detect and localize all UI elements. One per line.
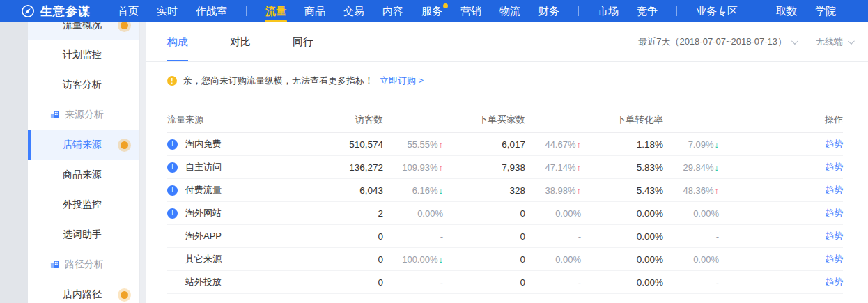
sidebar-item-label: 店铺来源 <box>63 139 102 151</box>
nav-item-取数[interactable]: 取数 <box>767 0 806 22</box>
sidebar-item-外投监控[interactable]: 外投监控 <box>28 189 139 219</box>
tab-同行[interactable]: 同行 <box>293 22 313 61</box>
source-label: 自主访问 <box>185 161 222 173</box>
trend-link[interactable]: 趋势 <box>825 231 843 241</box>
sidebar-item-路径分析: 路径分析 <box>28 249 139 279</box>
cell-source: 淘外APP <box>167 230 298 242</box>
sidebar-item-选词助手[interactable]: 选词助手 <box>28 219 139 249</box>
nav-item-交易[interactable]: 交易 <box>334 0 373 22</box>
sidebar-item-label: 选词助手 <box>63 228 102 241</box>
nav-item-首页[interactable]: 首页 <box>109 0 148 22</box>
tab-对比[interactable]: 对比 <box>230 22 251 61</box>
cell-conversion-change: - <box>663 231 719 242</box>
cell-buyers-change: 0.00% <box>525 208 581 219</box>
cell-source: +淘内免费 <box>167 138 298 150</box>
header-conversion: 下单转化率 <box>581 114 663 126</box>
trend-link[interactable]: 趋势 <box>825 162 843 172</box>
trend-link[interactable]: 趋势 <box>825 277 843 287</box>
cell-visitors-change: - <box>383 231 443 242</box>
cell-buyers: 7,938 <box>443 162 525 173</box>
nav-item-商品[interactable]: 商品 <box>295 0 334 22</box>
header-buyers: 下单买家数 <box>443 114 525 126</box>
navbar-divider <box>246 6 247 16</box>
tabs-row: 构成对比同行 最近7天（2018-07-07~2018-07-13） 无线端 <box>146 22 868 62</box>
chevron-down-icon <box>848 38 855 45</box>
source-label: 淘内免费 <box>185 138 222 150</box>
nav-item-物流[interactable]: 物流 <box>490 0 529 22</box>
source-label: 淘外网站 <box>185 207 222 219</box>
cell-buyers: 0 <box>443 277 525 288</box>
source-label: 其它来源 <box>185 253 222 265</box>
cell-conversion-change: 29.84%↓ <box>663 162 719 173</box>
sidebar-item-店内路径[interactable]: 店内路径 <box>28 279 139 303</box>
date-range-selector[interactable]: 最近7天（2018-07-07~2018-07-13） <box>638 36 796 48</box>
brand[interactable]: 生意参谋 <box>21 3 91 20</box>
cell-buyers-change: - <box>525 277 581 288</box>
sidebar-item-label: 访客分析 <box>63 79 102 91</box>
table-row-站外投放: 站外投放0-0-0.00%-趋势 <box>167 271 843 294</box>
expand-plus-icon[interactable]: + <box>167 162 178 173</box>
cell-buyers-change: 47.14%↑ <box>525 162 581 173</box>
sidebar-item-计划监控[interactable]: 计划监控 <box>28 40 139 70</box>
cell-conversion: 0.00% <box>581 254 663 265</box>
trend-link[interactable]: 趋势 <box>825 208 843 218</box>
nav-item-竞争[interactable]: 竞争 <box>628 0 667 22</box>
cell-conversion-change-value: 0.00% <box>693 254 719 265</box>
nav-item-实时[interactable]: 实时 <box>148 0 187 22</box>
cell-buyers: 328 <box>443 185 525 196</box>
cell-conversion-change-value: 48.36% <box>683 185 713 196</box>
sidebar-item-label: 商品来源 <box>63 169 102 181</box>
cell-buyers-change: 0.00% <box>525 254 581 265</box>
cell-visitors-change-value: 0.00% <box>417 208 443 219</box>
navbar-divider <box>676 6 677 16</box>
sidebar-item-商品来源[interactable]: 商品来源 <box>28 160 139 189</box>
nav-item-服务[interactable]: 服务 <box>412 0 451 22</box>
cell-source: 其它来源 <box>167 253 298 265</box>
nav-item-内容[interactable]: 内容 <box>373 0 412 22</box>
nav-item-营销[interactable]: 营销 <box>451 0 490 22</box>
nav-item-学院[interactable]: 学院 <box>806 0 845 22</box>
table-row-淘内免费: +淘内免费510,57455.55%↑6,01744.67%↑1.18%7.09… <box>167 133 843 156</box>
sidebar-item-label: 来源分析 <box>65 109 104 121</box>
cell-action: 趋势 <box>719 230 843 242</box>
cell-conversion: 0.00% <box>581 277 663 288</box>
table-header-row: 流量来源 访客数 下单买家数 下单转化率 操作 <box>167 107 843 133</box>
source-label: 站外投放 <box>185 276 222 288</box>
trend-link[interactable]: 趋势 <box>825 254 843 264</box>
sidebar-item-来源分析: 来源分析 <box>28 100 139 130</box>
sidebar-item-label: 计划监控 <box>63 49 102 61</box>
cell-visitors: 0 <box>298 277 383 288</box>
expand-plus-icon[interactable]: + <box>167 185 178 196</box>
nav-item-市场[interactable]: 市场 <box>589 0 628 22</box>
cell-visitors-change-value: 6.16% <box>412 185 438 196</box>
sidebar-item-店铺来源[interactable]: 店铺来源 <box>28 130 139 160</box>
trend-link[interactable]: 趋势 <box>825 185 843 195</box>
cell-buyers-change: - <box>525 231 581 242</box>
cell-source: 站外投放 <box>167 276 298 288</box>
nav-item-业务专区[interactable]: 业务专区 <box>687 0 747 22</box>
expand-slot: + <box>167 162 185 173</box>
date-range-label: 最近7天（2018-07-07~2018-07-13） <box>638 36 786 48</box>
cell-action: 趋势 <box>719 138 843 150</box>
nav-item-流量[interactable]: 流量 <box>256 0 295 22</box>
expand-plus-icon[interactable]: + <box>167 139 178 150</box>
nav-item-财务[interactable]: 财务 <box>529 0 568 22</box>
sidebar-item-访客分析[interactable]: 访客分析 <box>28 70 139 100</box>
sidebar-item-label: 路径分析 <box>65 258 104 271</box>
cell-buyers-change: 44.67%↑ <box>525 139 581 150</box>
cell-action: 趋势 <box>719 161 843 173</box>
expand-plus-icon[interactable]: + <box>167 208 178 219</box>
subscribe-now-link[interactable]: 立即订购 > <box>380 75 424 87</box>
filters: 最近7天（2018-07-07~2018-07-13） 无线端 <box>638 36 853 48</box>
cell-visitors-change: 6.16%↓ <box>383 185 443 196</box>
cell-buyers-change-value: 44.67% <box>545 139 575 150</box>
trend-link[interactable]: 趋势 <box>825 139 843 149</box>
cell-action: 趋势 <box>719 207 843 219</box>
nav-item-作战室[interactable]: 作战室 <box>187 0 236 22</box>
cell-visitors: 0 <box>298 231 383 242</box>
table-row-付费流量: +付费流量6,0436.16%↓32838.98%↑5.43%48.36%↑趋势 <box>167 179 843 202</box>
cell-visitors: 136,272 <box>298 162 383 173</box>
channel-selector[interactable]: 无线端 <box>816 36 853 48</box>
cell-visitors-change: 109.93%↑ <box>383 162 443 173</box>
tab-构成[interactable]: 构成 <box>167 22 188 61</box>
